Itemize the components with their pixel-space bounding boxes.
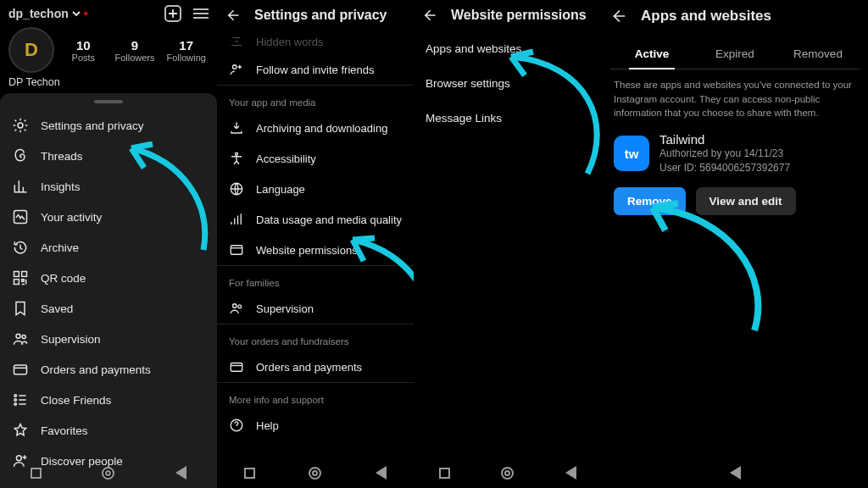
recents-button[interactable] <box>31 468 42 479</box>
create-button[interactable] <box>164 5 181 22</box>
stat-followers[interactable]: 9 Followers <box>113 38 158 63</box>
menu-label: Archive <box>41 241 79 254</box>
back-button[interactable] <box>376 466 387 480</box>
item-label: Orders and payments <box>256 361 362 374</box>
recents-button[interactable] <box>244 468 255 479</box>
followers-label: Followers <box>113 53 158 63</box>
menu-orders-and-payments[interactable]: Orders and payments <box>0 354 217 385</box>
menu-settings-and-privacy[interactable]: Settings and privacy <box>0 110 217 141</box>
posts-label: Posts <box>61 53 106 63</box>
settings-help[interactable]: Help <box>217 410 414 441</box>
settings-data-usage[interactable]: Data usage and media quality <box>217 204 414 235</box>
menu-label: Settings and privacy <box>41 119 144 132</box>
svg-point-17 <box>238 305 242 308</box>
settings-supervision[interactable]: Supervision <box>217 293 414 324</box>
qr-icon <box>12 269 29 286</box>
help-icon <box>229 418 244 433</box>
menu-close-friends[interactable]: Close Friends <box>0 385 217 415</box>
settings-follow-invite[interactable]: Follow and invite friends <box>217 54 414 86</box>
wp-apps-and-websites[interactable]: Apps and websites <box>414 34 602 69</box>
posts-count: 10 <box>61 38 106 53</box>
system-navbar <box>0 458 217 488</box>
tab-removed[interactable]: Removed <box>776 39 860 69</box>
home-button[interactable] <box>102 467 114 480</box>
avatar[interactable]: D <box>8 27 54 73</box>
notification-dot-icon: • <box>84 8 88 19</box>
menu-button[interactable] <box>193 5 209 22</box>
menu-label: Your activity <box>41 211 102 224</box>
menu-supervision[interactable]: Supervision <box>0 324 217 354</box>
remove-button[interactable]: Remove <box>614 187 686 215</box>
browser-icon <box>229 242 244 258</box>
menu-saved[interactable]: Saved <box>0 293 217 324</box>
adduser-icon <box>229 62 244 77</box>
wp-browser-settings[interactable]: Browser settings <box>414 69 602 103</box>
settings-accessibility[interactable]: Accessibility <box>217 143 414 174</box>
back-button[interactable] <box>175 466 186 480</box>
tabs: Active Expired Removed <box>610 39 860 69</box>
home-button[interactable] <box>309 467 321 480</box>
stat-following[interactable]: 17 Following <box>164 38 209 63</box>
hidden-words-label: Hidden words <box>256 36 324 48</box>
people-icon <box>229 301 244 316</box>
menu-label: Threads <box>41 150 83 163</box>
item-label: Website permissions <box>256 244 358 257</box>
page-title: Website permissions <box>451 8 587 23</box>
drag-handle-icon[interactable] <box>94 100 123 103</box>
settings-archiving[interactable]: Archiving and downloading <box>217 113 414 143</box>
settings-language[interactable]: Language <box>217 174 414 204</box>
svg-rect-18 <box>231 363 242 372</box>
tab-expired[interactable]: Expired <box>693 39 776 69</box>
section-your-app-media: Your app and media <box>217 86 414 113</box>
hidden-words-icon <box>229 34 244 49</box>
back-arrow-icon[interactable] <box>224 7 241 24</box>
settings-website-permissions[interactable]: Website permissions <box>217 235 414 266</box>
chart-icon <box>12 178 29 195</box>
app-userid: User ID: 5694006257392677 <box>659 161 790 175</box>
menu-your-activity[interactable]: Your activity <box>0 202 217 232</box>
menu-label: Close Friends <box>41 394 111 407</box>
recents-button[interactable] <box>439 468 450 479</box>
signal-icon <box>229 212 244 227</box>
username-selector[interactable]: dp_techon • <box>8 7 88 20</box>
menu-archive[interactable]: Archive <box>0 232 217 263</box>
page-title: Apps and websites <box>641 8 771 25</box>
connected-app-row[interactable]: tw Tailwind Authorized by you 14/11/23 U… <box>602 132 868 175</box>
item-label: Archiving and downloading <box>256 122 387 135</box>
svg-rect-4 <box>14 280 19 285</box>
item-label: Data usage and media quality <box>256 214 402 226</box>
tab-active[interactable]: Active <box>610 39 693 69</box>
card-icon <box>229 359 244 374</box>
back-arrow-icon[interactable] <box>420 7 437 24</box>
menu-label: QR code <box>41 272 86 285</box>
back-button[interactable] <box>565 466 576 480</box>
tab-description: These are apps and websites you've conne… <box>602 69 868 132</box>
card-icon <box>12 361 29 378</box>
menu-favorites[interactable]: Favorites <box>0 415 217 446</box>
menu-insights[interactable]: Insights <box>0 171 217 202</box>
menu-label: Favorites <box>41 424 88 437</box>
plus-icon <box>168 8 178 19</box>
wp-message-links[interactable]: Message Links <box>414 103 602 138</box>
menu-label: Insights <box>41 180 81 193</box>
accessibility-icon <box>229 151 244 166</box>
home-button[interactable] <box>501 467 514 480</box>
menu-qr-code[interactable]: QR code <box>0 263 217 293</box>
menu-threads[interactable]: Threads <box>0 141 217 171</box>
back-button[interactable] <box>730 466 741 480</box>
download-icon <box>229 120 244 136</box>
settings-orders[interactable]: Orders and payments <box>217 352 414 383</box>
gear-icon <box>12 117 29 134</box>
star-icon <box>12 422 29 439</box>
following-count: 17 <box>164 38 209 53</box>
list-icon <box>12 391 29 408</box>
view-edit-button[interactable]: View and edit <box>696 187 796 215</box>
system-navbar <box>602 458 868 488</box>
back-arrow-icon[interactable] <box>609 7 627 25</box>
menu-label: Saved <box>41 302 73 315</box>
app-name: Tailwind <box>659 132 790 147</box>
menu-label: Supervision <box>41 333 101 346</box>
stat-posts[interactable]: 10 Posts <box>61 38 106 63</box>
chevron-down-icon <box>72 9 81 18</box>
svg-point-9 <box>14 399 17 402</box>
